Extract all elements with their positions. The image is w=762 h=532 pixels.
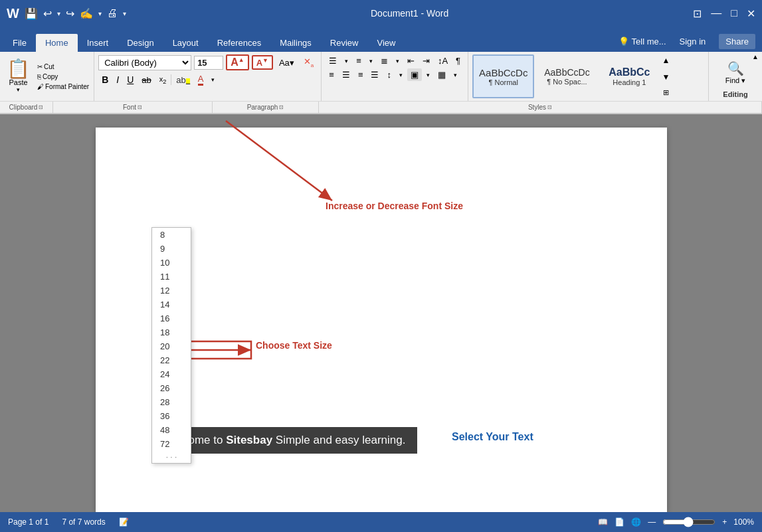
zoom-slider[interactable] — [662, 517, 715, 527]
copy-button[interactable]: ⎘ Copy — [35, 72, 91, 81]
share-btn[interactable]: Share — [719, 34, 755, 49]
paste-dropdown-arrow[interactable]: ▾ — [17, 86, 20, 93]
cut-button[interactable]: ✂ Cut — [35, 62, 91, 71]
font-group: Calibri (Body) A▲ A▼ Aa▾ ✕a B I U ab x2 — [94, 52, 322, 101]
font-size-48[interactable]: 48 — [152, 423, 191, 437]
tab-layout[interactable]: Layout — [163, 34, 208, 52]
font-size-9[interactable]: 9 — [152, 242, 191, 256]
styles-expand[interactable]: ⊡ — [547, 104, 552, 110]
multilevel-dropdown[interactable]: ▾ — [393, 56, 403, 66]
font-size-28[interactable]: 28 — [152, 395, 191, 409]
font-size-26[interactable]: 26 — [152, 381, 191, 395]
font-size-72[interactable]: 72 — [152, 437, 191, 451]
web-layout-icon[interactable]: 🌐 — [631, 517, 641, 527]
font-size-14[interactable]: 14 — [152, 298, 191, 311]
numbering-dropdown[interactable]: ▾ — [366, 56, 376, 66]
touch-dropdown-icon[interactable]: ▾ — [98, 10, 102, 17]
increase-indent[interactable]: ⇥ — [419, 54, 433, 67]
print-layout-icon[interactable]: 📄 — [615, 517, 624, 527]
show-marks-button[interactable]: ¶ — [452, 54, 464, 67]
shading-dropdown[interactable]: ▾ — [423, 70, 433, 80]
align-left[interactable]: ≡ — [326, 68, 337, 81]
print-preview-icon[interactable]: 🖨 — [107, 7, 118, 19]
line-spacing-dropdown[interactable]: ▾ — [396, 70, 406, 80]
styles-more[interactable]: ⊞ — [662, 88, 670, 97]
line-spacing[interactable]: ↕ — [383, 68, 395, 81]
italic-button[interactable]: I — [113, 73, 122, 86]
borders-dropdown[interactable]: ▾ — [450, 70, 460, 80]
font-size-dropdown[interactable]: 8 9 10 11 12 14 16 18 20 22 24 26 28 36 … — [151, 227, 191, 464]
borders-button[interactable]: ▦ — [434, 68, 449, 81]
tab-references[interactable]: References — [208, 34, 270, 52]
font-size-12[interactable]: 12 — [152, 284, 191, 298]
font-size-20[interactable]: 20 — [152, 339, 191, 353]
decrease-indent[interactable]: ⇤ — [404, 54, 418, 67]
maximize-icon[interactable]: □ — [731, 7, 737, 19]
styles-scroll-up[interactable]: ▲ — [662, 56, 670, 65]
proofing-icon[interactable]: 📝 — [119, 517, 129, 527]
bullets-dropdown[interactable]: ▾ — [341, 56, 351, 66]
font-size-22[interactable]: 22 — [152, 353, 191, 367]
tell-me-input[interactable]: 💡 Tell me... — [619, 37, 666, 46]
style-no-spacing[interactable]: AaBbCcDc ¶ No Spac... — [537, 54, 597, 98]
font-name-select[interactable]: Calibri (Body) — [98, 55, 191, 70]
align-right[interactable]: ≡ — [355, 68, 367, 81]
font-color-dropdown[interactable]: ▾ — [208, 75, 218, 84]
font-size-8[interactable]: 8 — [152, 228, 191, 242]
tab-design[interactable]: Design — [118, 34, 163, 52]
read-mode-icon[interactable]: 📖 — [598, 517, 608, 527]
change-case-button[interactable]: Aa▾ — [276, 56, 298, 69]
paragraph-expand[interactable]: ⊡ — [279, 104, 284, 110]
font-size-16[interactable]: 16 — [152, 311, 191, 325]
collapse-ribbon-button[interactable]: ▲ — [752, 53, 759, 60]
strikethrough-button[interactable]: ab — [138, 74, 154, 86]
tab-mailings[interactable]: Mailings — [270, 34, 321, 52]
font-color-button[interactable]: A — [195, 72, 207, 87]
paste-button[interactable]: 📋 Paste ▾ — [3, 58, 34, 94]
style-heading1[interactable]: AaBbCc Heading 1 — [599, 54, 659, 98]
restore-icon[interactable]: ⊡ — [693, 7, 702, 20]
multilevel-list[interactable]: ≣ — [377, 54, 391, 67]
touch-icon[interactable]: ✍ — [80, 7, 93, 20]
zoom-in-icon[interactable]: + — [722, 517, 727, 527]
font-expand[interactable]: ⊡ — [138, 104, 142, 110]
text-highlight-button[interactable]: ab▁ — [173, 74, 193, 86]
font-size-36[interactable]: 36 — [152, 409, 191, 423]
tab-file[interactable]: File — [3, 34, 36, 52]
subscript-button[interactable]: x2 — [156, 74, 170, 86]
close-icon[interactable]: ✕ — [747, 7, 755, 20]
numbering-button[interactable]: ≡ — [353, 54, 365, 67]
font-size-11[interactable]: 11 — [152, 270, 191, 284]
font-size-24[interactable]: 24 — [152, 367, 191, 381]
justify[interactable]: ☰ — [367, 68, 382, 81]
tab-insert[interactable]: Insert — [78, 34, 118, 52]
format-painter-button[interactable]: 🖌 Format Painter — [35, 82, 91, 91]
zoom-level[interactable]: 100% — [733, 517, 754, 527]
align-center[interactable]: ☰ — [339, 68, 353, 81]
clear-formatting-button[interactable]: ✕a — [300, 55, 317, 70]
font-size-10[interactable]: 10 — [152, 256, 191, 270]
save-icon[interactable]: 💾 — [25, 7, 38, 20]
undo-dropdown-icon[interactable]: ▾ — [57, 10, 60, 17]
bold-button[interactable]: B — [98, 73, 112, 86]
undo-icon[interactable]: ↩ — [43, 7, 52, 20]
zoom-out-icon[interactable]: — — [648, 517, 656, 527]
shading-button[interactable]: ▣ — [407, 68, 422, 81]
increase-font-button[interactable]: A▲ — [226, 54, 248, 70]
font-size-input[interactable] — [194, 56, 223, 70]
tab-home[interactable]: Home — [36, 34, 78, 52]
tab-review[interactable]: Review — [321, 34, 368, 52]
decrease-font-button[interactable]: A▼ — [252, 55, 273, 70]
redo-icon[interactable]: ↪ — [66, 7, 74, 20]
styles-scroll-down[interactable]: ▼ — [662, 72, 670, 82]
find-button[interactable]: 🔍 Find ▾ — [722, 59, 749, 86]
sign-in-btn[interactable]: Sign in — [680, 37, 706, 46]
sort-button[interactable]: ↕A — [434, 54, 451, 67]
underline-button[interactable]: U — [124, 73, 137, 86]
minimize-icon[interactable]: — — [711, 7, 721, 19]
tab-view[interactable]: View — [367, 34, 405, 52]
font-size-18[interactable]: 18 — [152, 325, 191, 339]
style-normal[interactable]: AaBbCcDc ¶ Normal — [472, 54, 534, 98]
bullets-button[interactable]: ☰ — [326, 54, 340, 67]
clipboard-expand[interactable]: ⊡ — [39, 104, 43, 110]
